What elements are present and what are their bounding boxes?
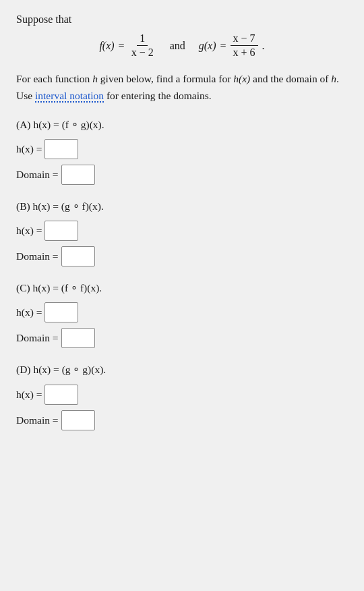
part-c-domain-input[interactable] [61, 328, 95, 348]
part-a-domain-row: Domain = [16, 165, 348, 185]
part-b-domain-label: Domain = [16, 250, 59, 262]
desc-text1: For each function [16, 73, 92, 84]
part-b: (B) h(x) = (g ∘ f)(x).h(x) =Domain = [16, 198, 348, 266]
part-b-label: (B) h(x) = (g ∘ f)(x). [16, 198, 348, 214]
part-c-hx-input[interactable] [44, 302, 78, 322]
part-c-domain-row: Domain = [16, 328, 348, 348]
part-d-domain-row: Domain = [16, 410, 348, 430]
part-c-label: (C) h(x) = (f ∘ f)(x). [16, 280, 348, 296]
part-a-domain-label: Domain = [16, 169, 59, 181]
description-paragraph: For each function h given below, find a … [16, 71, 348, 105]
part-c: (C) h(x) = (f ∘ f)(x).h(x) =Domain = [16, 280, 348, 348]
formula-row: f(x) = 1 x − 2 and g(x) = x − 7 x + 6 . [16, 32, 348, 59]
part-b-domain-row: Domain = [16, 246, 348, 266]
f-denominator: x − 2 [129, 46, 156, 59]
part-a-hx-input[interactable] [44, 139, 78, 159]
desc-h: h [92, 73, 98, 84]
part-d-hx-input[interactable] [44, 385, 78, 405]
part-b-domain-input[interactable] [61, 246, 95, 266]
part-b-hx-row: h(x) = [16, 221, 348, 241]
part-a-hx-label: h(x) = [16, 143, 42, 155]
part-c-hx-label: h(x) = [16, 306, 42, 318]
part-d-label: (D) h(x) = (g ∘ g)(x). [16, 362, 348, 377]
desc-text2: given below, find a formula for [98, 73, 233, 84]
part-c-domain-label: Domain = [16, 332, 59, 344]
f-label: f(x) [99, 40, 114, 52]
g-label: g(x) [199, 40, 216, 52]
f-equals: = [119, 40, 125, 52]
part-a: (A) h(x) = (f ∘ g)(x).h(x) =Domain = [16, 117, 348, 185]
part-d-hx-label: h(x) = [16, 389, 42, 401]
part-d: (D) h(x) = (g ∘ g)(x).h(x) =Domain = [16, 362, 348, 430]
desc-text3: and the domain of [250, 73, 331, 84]
f-numerator: 1 [137, 32, 148, 46]
desc-hx: h(x) [233, 73, 250, 84]
g-numerator: x − 7 [231, 32, 258, 46]
and-word: and [170, 40, 185, 52]
suppose-label: Suppose that [16, 13, 348, 26]
part-b-hx-label: h(x) = [16, 225, 42, 237]
parts-container: (A) h(x) = (f ∘ g)(x).h(x) =Domain =(B) … [16, 117, 348, 430]
g-period: . [262, 40, 265, 52]
part-b-hx-input[interactable] [44, 221, 78, 241]
part-a-label: (A) h(x) = (f ∘ g)(x). [16, 117, 348, 132]
part-c-hx-row: h(x) = [16, 302, 348, 322]
g-equals: = [220, 40, 226, 52]
part-d-domain-input[interactable] [61, 410, 95, 430]
part-d-hx-row: h(x) = [16, 385, 348, 405]
g-fraction: x − 7 x + 6 [231, 32, 258, 59]
interval-notation-link[interactable]: interval notation [35, 90, 104, 103]
g-definition: g(x) = x − 7 x + 6 . [199, 32, 265, 59]
part-a-domain-input[interactable] [61, 165, 95, 185]
g-denominator: x + 6 [231, 46, 258, 59]
part-d-domain-label: Domain = [16, 414, 59, 426]
desc-h2: h [331, 73, 336, 84]
desc-text5: for entering the domains. [104, 90, 212, 101]
f-fraction: 1 x − 2 [129, 32, 156, 59]
part-a-hx-row: h(x) = [16, 139, 348, 159]
f-definition: f(x) = 1 x − 2 [99, 32, 156, 59]
